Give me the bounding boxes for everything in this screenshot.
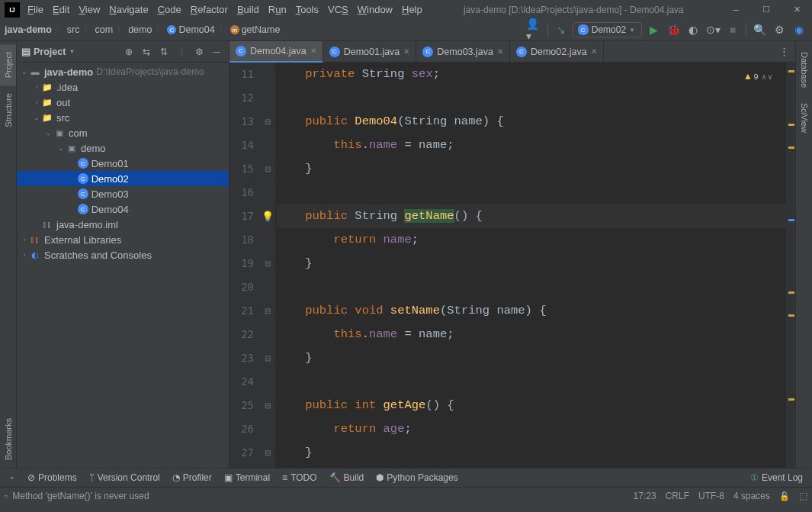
side-tab-bookmarks[interactable]: Bookmarks (0, 411, 16, 468)
menu-build[interactable]: Build (233, 2, 264, 18)
status-indent[interactable]: 4 spaces (733, 491, 770, 501)
close-icon[interactable]: ✕ (497, 47, 503, 56)
bc-project[interactable]: java-demo (5, 24, 52, 35)
tree-extlib[interactable]: › ⫿⫿ External Libraries (17, 232, 229, 247)
bc-com[interactable]: com (95, 24, 114, 35)
collapse-icon[interactable]: ⊟ (260, 157, 275, 181)
status-encoding[interactable]: UTF-8 (698, 491, 724, 501)
side-tab-sciview[interactable]: SciView (796, 95, 812, 140)
tab-demo04[interactable]: C Demo04.java ✕ (229, 41, 323, 63)
tree-scratch[interactable]: › ◐ Scratches and Consoles (17, 247, 229, 262)
bc-demo[interactable]: demo (128, 24, 152, 35)
coverage-button[interactable]: ◐ (685, 21, 701, 38)
collapse-icon[interactable]: ⊟ (260, 394, 275, 417)
tab-todo[interactable]: ≡TODO (278, 471, 321, 485)
settings-icon[interactable]: ⚙ (191, 44, 207, 60)
code-content[interactable]: ▲ 9 ∧∨ private String sex; public Demo04… (275, 63, 795, 468)
search-icon[interactable]: 🔍 (751, 21, 768, 38)
settings-icon[interactable]: ⚙ (771, 21, 788, 38)
project-tree[interactable]: ⌄ ▬ java-demoD:\IdeaProjects\java-demo ›… (17, 63, 229, 468)
ide-icon[interactable]: ◉ (791, 21, 807, 38)
collapse-icon[interactable]: ⊟ (260, 346, 275, 370)
hide-icon[interactable]: ─ (209, 44, 224, 60)
minimize-button[interactable]: ─ (721, 0, 751, 19)
tab-vc[interactable]: ᛘVersion Control (85, 471, 165, 485)
tab-build[interactable]: 🔨Build (325, 471, 369, 485)
collapse-icon[interactable]: ⊟ (260, 299, 275, 323)
menu-file[interactable]: File (23, 2, 48, 18)
menu-tools[interactable]: Tools (291, 2, 323, 18)
tree-demo[interactable]: ⌄ ▣ demo (17, 140, 229, 156)
menu-code[interactable]: Code (153, 2, 186, 18)
toolwindow-button[interactable]: ▫ (5, 470, 20, 485)
menu-view[interactable]: View (74, 2, 104, 18)
collapse-icon[interactable]: ⊟ (260, 441, 275, 465)
tree-root[interactable]: ⌄ ▬ java-demoD:\IdeaProjects\java-demo (17, 64, 229, 79)
bc-src[interactable]: src (67, 24, 80, 35)
next-error-icon[interactable]: ∨ (768, 66, 772, 89)
tab-problems[interactable]: ⊘Problems (23, 471, 82, 485)
expand-all-icon[interactable]: ⇆ (139, 44, 154, 60)
tree-demo03[interactable]: C Demo03 (17, 186, 229, 201)
stop-button[interactable]: ■ (724, 21, 741, 38)
bc-class[interactable]: CDemo04 (167, 24, 214, 35)
side-tab-structure[interactable]: Structure (0, 85, 16, 135)
menu-vcs[interactable]: VCS (323, 2, 353, 18)
collapse-all-icon[interactable]: ⇅ (156, 44, 172, 60)
close-icon[interactable]: ✕ (403, 47, 409, 56)
error-stripe[interactable] (786, 63, 795, 468)
inspection-widget[interactable]: ▲ 9 ∧∨ (745, 66, 772, 89)
tab-demo01[interactable]: C Demo01.java ✕ (323, 41, 417, 63)
chevron-down-icon[interactable]: ⌄ (32, 114, 41, 121)
run-config-selector[interactable]: C Demo02 ▼ (573, 22, 642, 37)
add-config-icon[interactable]: 👤▾ (526, 21, 543, 38)
prev-error-icon[interactable]: ∧ (762, 66, 766, 89)
menu-navigate[interactable]: Navigate (104, 2, 152, 18)
chevron-down-icon[interactable]: ⌄ (44, 129, 53, 137)
tree-idea[interactable]: › 📁 .idea (17, 79, 229, 95)
tree-src[interactable]: ⌄ 📁 src (17, 110, 229, 125)
bc-method[interactable]: mgetName (230, 24, 281, 35)
menu-run[interactable]: Run (264, 2, 291, 18)
tabs-more-icon[interactable]: ⋮ (773, 46, 795, 57)
close-icon[interactable]: ✕ (310, 47, 316, 55)
close-button[interactable]: ✕ (782, 0, 812, 19)
tab-profiler[interactable]: ◔Profiler (168, 471, 217, 485)
tab-eventlog[interactable]: ①Event Log (746, 471, 807, 485)
tab-python[interactable]: ⬢Python Packages (371, 471, 462, 485)
tree-out[interactable]: › 📁 out (17, 95, 229, 110)
menu-help[interactable]: Help (397, 2, 427, 18)
tree-demo02[interactable]: C Demo02 (17, 171, 229, 186)
intention-bulb-icon[interactable]: 💡 (262, 211, 274, 222)
chevron-right-icon[interactable]: › (32, 83, 41, 91)
editor-body[interactable]: 111213141516171819202122232425262728 ⊟ ⊟… (229, 63, 795, 468)
maximize-button[interactable]: ☐ (751, 0, 782, 19)
side-tab-database[interactable]: Database (796, 44, 812, 95)
project-panel-title[interactable]: ▤ Project ▼ (21, 46, 117, 57)
chevron-right-icon[interactable]: › (32, 98, 41, 106)
chevron-right-icon[interactable]: › (20, 236, 29, 243)
chevron-right-icon[interactable]: › (20, 251, 29, 259)
menu-edit[interactable]: Edit (48, 2, 74, 18)
build-icon[interactable]: ↘ (553, 21, 570, 38)
tab-demo02[interactable]: C Demo02.java ✕ (510, 41, 604, 63)
tab-demo03[interactable]: C Demo03.java ✕ (416, 41, 510, 63)
tab-terminal[interactable]: ▣Terminal (220, 471, 274, 485)
lock-icon[interactable]: 🔓 (779, 491, 790, 501)
debug-button[interactable]: 🐞 (665, 21, 682, 38)
side-tab-project[interactable]: Project (0, 44, 16, 85)
tree-iml[interactable]: ⫿⫿ java-demo.iml (17, 217, 229, 232)
quick-list-icon[interactable]: ▫ (5, 491, 8, 501)
close-icon[interactable]: ✕ (591, 47, 597, 56)
status-line-ending[interactable]: CRLF (666, 491, 689, 501)
tree-demo04[interactable]: C Demo04 (17, 201, 229, 217)
menu-refactor[interactable]: Refactor (186, 2, 233, 18)
tree-com[interactable]: ⌄ ▣ com (17, 125, 229, 140)
collapse-icon[interactable]: ⊟ (260, 252, 275, 275)
chevron-down-icon[interactable]: ⌄ (56, 144, 66, 152)
collapse-icon[interactable]: ⊟ (260, 110, 275, 134)
profiler-button[interactable]: ⊙▾ (704, 21, 721, 38)
chevron-down-icon[interactable]: ⌄ (20, 68, 29, 76)
ide-status-icon[interactable]: ⬚ (799, 491, 807, 501)
tree-demo01[interactable]: C Demo01 (17, 156, 229, 171)
